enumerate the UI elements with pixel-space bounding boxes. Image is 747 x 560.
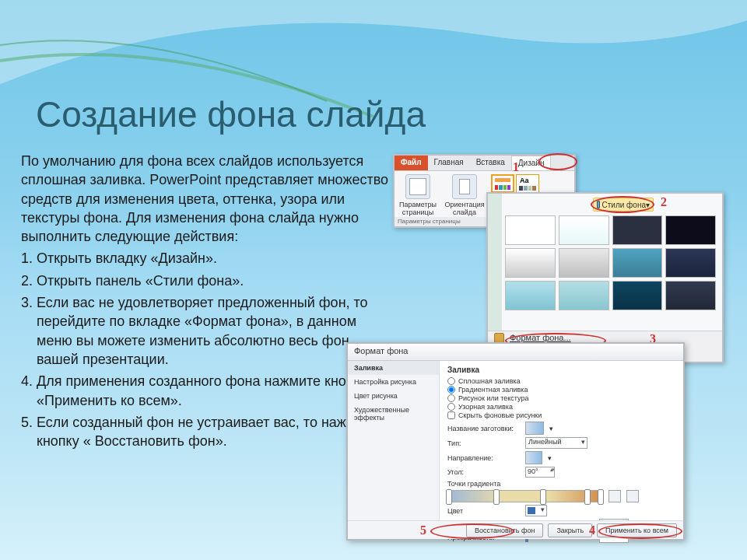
background-styles-screenshot: Стили фона ▾ 2 Формат фона... Восстанови… <box>486 192 724 363</box>
dialog-nav: Заливка Настройка рисунка Цвет рисунка Х… <box>348 361 440 524</box>
step-item: Открыть вкладку «Дизайн». <box>37 249 395 268</box>
style-swatch[interactable] <box>559 248 609 278</box>
type-dropdown[interactable]: Линейный <box>525 437 587 449</box>
style-swatch[interactable] <box>505 215 556 245</box>
style-swatch[interactable] <box>612 281 663 310</box>
step-item: Для применения созданного фона нажмите к… <box>37 372 395 410</box>
page-setup-button[interactable]: Параметры страницы <box>398 174 438 216</box>
tab-insert[interactable]: Вставка <box>470 156 511 170</box>
add-stop-button[interactable] <box>608 490 621 502</box>
style-swatches <box>505 215 716 310</box>
format-background-dialog: Формат фона Заливка Настройка рисунка Цв… <box>346 342 685 541</box>
dialog-title: Формат фона <box>348 344 683 361</box>
background-styles-button[interactable]: Стили фона ▾ <box>593 198 654 212</box>
callout-number-5: 5 <box>420 523 426 537</box>
orientation-button[interactable]: Ориентация слайда <box>444 174 485 216</box>
close-button[interactable]: Закрыть <box>548 523 592 537</box>
callout-number-4: 4 <box>589 523 595 537</box>
step-item: Открыть панель «Стили фона». <box>37 271 395 290</box>
chevron-down-icon: ▾ <box>646 201 650 209</box>
ribbon-tabs: Файл Главная Вставка Дизайн <box>395 156 574 171</box>
tab-home[interactable]: Главная <box>428 156 470 170</box>
style-swatch[interactable] <box>665 215 716 245</box>
nav-artistic-effects[interactable]: Художественные эффекты <box>348 403 439 425</box>
color-dropdown[interactable] <box>525 505 547 516</box>
slide-title: Создание фона слайда <box>36 93 426 135</box>
preset-dropdown[interactable] <box>525 422 544 435</box>
page-icon <box>405 174 430 199</box>
section-header: Заливка <box>447 366 675 374</box>
direction-dropdown[interactable] <box>525 451 542 464</box>
apply-all-button[interactable]: Применить ко всем <box>597 523 677 537</box>
reset-background-button[interactable]: Восстановить фон <box>466 523 544 537</box>
themes-gallery[interactable]: Aa <box>491 174 539 193</box>
orientation-icon <box>452 174 477 199</box>
body-text: По умолчанию для фона всех слайдов испол… <box>21 152 395 453</box>
radio-pattern[interactable]: Узорная заливка <box>447 403 675 411</box>
step-item: Если созданный фон не устраивает вас, то… <box>37 413 395 451</box>
radio-gradient[interactable]: Градиентная заливка <box>447 386 675 394</box>
nav-picture-corrections[interactable]: Настройка рисунка <box>348 375 439 389</box>
callout-number-1: 1 <box>513 160 519 174</box>
steps-list: Открыть вкладку «Дизайн». Открыть панель… <box>37 249 395 450</box>
callout-number-2: 2 <box>661 195 667 209</box>
intro-paragraph: По умолчанию для фона всех слайдов испол… <box>21 152 395 246</box>
style-swatch[interactable] <box>612 248 663 278</box>
step-item: Если вас не удовлетворяет предложенный ф… <box>37 293 395 369</box>
styles-icon <box>597 201 600 208</box>
nav-fill[interactable]: Заливка <box>348 361 439 375</box>
radio-picture[interactable]: Рисунок или текстура <box>447 394 675 402</box>
style-swatch[interactable] <box>505 248 556 278</box>
remove-stop-button[interactable] <box>626 490 639 502</box>
dialog-content: Заливка Сплошная заливка Градиентная зал… <box>440 361 683 524</box>
hide-graphics-checkbox[interactable]: Скрыть фоновые рисунки <box>447 411 675 419</box>
nav-picture-color[interactable]: Цвет рисунка <box>348 389 439 403</box>
angle-spinner[interactable]: 90° <box>525 467 555 478</box>
style-swatch[interactable] <box>559 215 609 245</box>
radio-solid[interactable]: Сплошная заливка <box>447 377 675 385</box>
gradient-bar[interactable] <box>447 490 603 502</box>
style-swatch[interactable] <box>665 281 716 310</box>
style-swatch[interactable] <box>505 281 556 310</box>
style-swatch[interactable] <box>559 281 609 310</box>
tab-file[interactable]: Файл <box>395 156 428 170</box>
style-swatch[interactable] <box>665 248 716 278</box>
style-swatch[interactable] <box>612 215 663 245</box>
